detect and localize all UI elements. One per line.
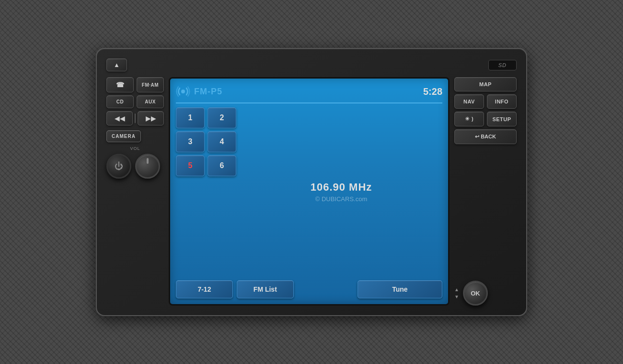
- nav-button[interactable]: NAV: [454, 94, 484, 109]
- svg-point-0: [181, 90, 185, 93]
- right-controls: MAP NAV INFO ☀ ) SETUP ↩ BACK ▲ ▼ OK: [454, 77, 517, 306]
- preset-5-button[interactable]: 5: [176, 155, 205, 176]
- eject-button[interactable]: ▲: [106, 58, 127, 71]
- info-button[interactable]: INFO: [487, 94, 517, 109]
- preset-grid: 1 2 3 4 5 6: [176, 107, 236, 276]
- vol-label: VOL: [106, 146, 164, 151]
- right-bottom: ▲ ▼ OK: [454, 281, 517, 306]
- cd-button[interactable]: CD: [106, 95, 134, 108]
- setup-button[interactable]: SETUP: [487, 112, 517, 126]
- clock-display: 5:28: [423, 86, 442, 97]
- station-info: FM-P5: [176, 84, 222, 99]
- preset-4-button[interactable]: 4: [208, 131, 236, 152]
- volume-knob[interactable]: [135, 154, 160, 179]
- left-controls: ☎ FM·AM CD AUX ◀◀ ▶▶ CAMERA VOL ⏻: [106, 77, 164, 306]
- scroll-down-icon: ▼: [454, 294, 459, 299]
- prev-button[interactable]: ◀◀: [106, 111, 133, 125]
- btn-tune[interactable]: Tune: [358, 280, 442, 298]
- station-name: FM-P5: [194, 87, 222, 97]
- head-unit: ▲ SD ☎ FM·AM CD AUX ◀◀ ▶▶ CAMERA VOL: [96, 48, 527, 316]
- preset-6-button[interactable]: 6: [208, 155, 236, 176]
- back-button[interactable]: ↩ BACK: [454, 129, 517, 144]
- preset-1-button[interactable]: 1: [176, 107, 205, 128]
- screen: FM-P5 5:28 1 2 3 4 5 6 106.90 MHz © DUBI…: [169, 77, 450, 306]
- ok-knob[interactable]: OK: [463, 281, 488, 306]
- preset-3-button[interactable]: 3: [176, 131, 205, 152]
- screen-header: FM-P5 5:28: [176, 84, 442, 103]
- nav-info-row: NAV INFO: [454, 94, 517, 109]
- bottom-buttons: 7-12 FM List Tune: [176, 280, 442, 298]
- btn-7-12[interactable]: 7-12: [176, 280, 233, 298]
- main-row: ☎ FM·AM CD AUX ◀◀ ▶▶ CAMERA VOL ⏻: [106, 77, 517, 306]
- brightness-setup-row: ☀ ) SETUP: [454, 112, 517, 126]
- frequency-display: 106.90 MHz © DUBICARS.com: [240, 107, 442, 276]
- phone-fmam-row: ☎ FM·AM: [106, 77, 164, 92]
- sd-slot: SD: [488, 60, 517, 70]
- brightness-button[interactable]: ☀ ): [454, 112, 484, 126]
- scroll-up-icon: ▲: [454, 287, 459, 292]
- screen-content: 1 2 3 4 5 6 106.90 MHz © DUBICARS.com: [176, 107, 442, 276]
- top-bar: ▲ SD: [106, 58, 517, 71]
- map-button[interactable]: MAP: [454, 77, 517, 91]
- cd-aux-row: CD AUX: [106, 95, 164, 108]
- frequency-value: 106.90 MHz: [311, 181, 372, 193]
- phone-button[interactable]: ☎: [106, 77, 134, 92]
- scroll-icons: ▲ ▼: [454, 287, 459, 299]
- fm-am-button[interactable]: FM·AM: [137, 77, 164, 92]
- next-button[interactable]: ▶▶: [138, 111, 164, 125]
- skip-divider: [135, 114, 136, 123]
- watermark-text: © DUBICARS.com: [315, 195, 368, 203]
- skip-row: ◀◀ ▶▶: [106, 111, 164, 125]
- btn-fm-list[interactable]: FM List: [237, 280, 294, 298]
- power-knob[interactable]: ⏻: [106, 154, 131, 179]
- aux-button[interactable]: AUX: [137, 95, 164, 108]
- radio-wave-icon: [176, 84, 190, 99]
- camera-button[interactable]: CAMERA: [106, 130, 141, 142]
- preset-2-button[interactable]: 2: [208, 107, 236, 128]
- bottom-left-row: ⏻: [106, 154, 164, 179]
